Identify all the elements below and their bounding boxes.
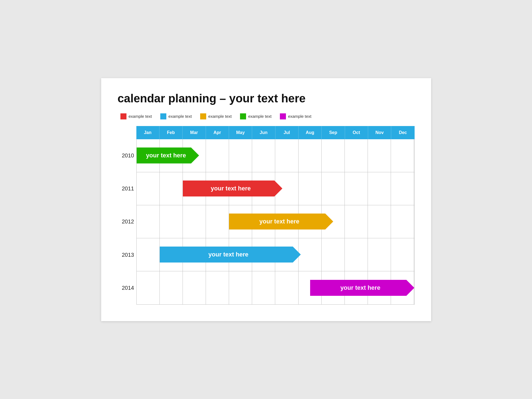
cell-2010-4 xyxy=(229,139,252,172)
chart-area: 20102011201220132014 JanFebMarAprMayJunJ… xyxy=(118,126,415,305)
cell-2010-10 xyxy=(368,139,391,172)
bar-2010[interactable]: your text here xyxy=(137,147,199,163)
legend-item-purple: example text xyxy=(280,113,312,119)
year-label-2014: 2014 xyxy=(118,271,134,304)
bar-arrow-2010 xyxy=(191,147,199,163)
bar-2014[interactable]: your text here xyxy=(310,280,414,296)
month-cell-jul: Jul xyxy=(275,126,299,139)
cell-2012-0 xyxy=(137,205,160,238)
cell-2011-8 xyxy=(322,172,345,205)
legend-item-red: example text xyxy=(120,113,152,119)
bar-body-2011: your text here xyxy=(183,181,274,196)
grid-row-2012: your text here xyxy=(137,205,414,238)
legend-color-red xyxy=(120,113,126,119)
month-cell-feb: Feb xyxy=(159,126,183,139)
legend-item-yellow: example text xyxy=(200,113,232,119)
cell-2012-10 xyxy=(368,205,391,238)
bar-body-2014: your text here xyxy=(310,280,406,296)
bar-arrow-2011 xyxy=(274,181,282,196)
year-labels: 20102011201220132014 xyxy=(118,126,134,305)
cell-2014-4 xyxy=(229,271,252,304)
slide: calendar planning – your text here examp… xyxy=(101,78,431,321)
grid-row-2010: your text here xyxy=(137,139,414,172)
legend-label-purple: example text xyxy=(288,114,312,119)
cell-2011-1 xyxy=(160,172,183,205)
page-title: calendar planning – your text here xyxy=(118,92,415,105)
month-cell-aug: Aug xyxy=(299,126,322,139)
cell-2013-8 xyxy=(322,238,345,271)
grid-row-2014: your text here xyxy=(137,271,414,304)
month-cell-jan: Jan xyxy=(136,126,159,139)
cell-2013-0 xyxy=(137,238,160,271)
month-cell-sep: Sep xyxy=(322,126,345,139)
bar-2013[interactable]: your text here xyxy=(160,247,301,263)
month-header: JanFebMarAprMayJunJulAugSepOctNovDec xyxy=(136,126,415,139)
cell-2011-10 xyxy=(368,172,391,205)
year-label-2011: 2011 xyxy=(118,172,134,205)
cell-2014-1 xyxy=(160,271,183,304)
month-cell-dec: Dec xyxy=(391,126,414,139)
legend-color-purple xyxy=(280,113,286,119)
month-cell-mar: Mar xyxy=(183,126,206,139)
bar-arrow-2013 xyxy=(293,247,301,263)
bar-2011[interactable]: your text here xyxy=(183,181,282,196)
legend-label-blue: example text xyxy=(169,114,192,119)
month-cell-oct: Oct xyxy=(345,126,368,139)
bar-body-2013: your text here xyxy=(160,247,293,263)
cell-2013-10 xyxy=(368,238,391,271)
cell-2014-2 xyxy=(183,271,206,304)
cell-2011-9 xyxy=(345,172,368,205)
cell-2014-5 xyxy=(252,271,275,304)
cell-2010-9 xyxy=(345,139,368,172)
legend-label-green: example text xyxy=(248,114,272,119)
year-label-2013: 2013 xyxy=(118,238,134,271)
year-label-2010: 2010 xyxy=(118,139,134,172)
cell-2010-6 xyxy=(275,139,298,172)
month-cell-apr: Apr xyxy=(206,126,229,139)
legend-item-blue: example text xyxy=(160,113,192,119)
month-cell-nov: Nov xyxy=(368,126,391,139)
month-cell-jun: Jun xyxy=(252,126,275,139)
cell-2012-9 xyxy=(345,205,368,238)
cell-2011-0 xyxy=(137,172,160,205)
legend: example text example text example text e… xyxy=(120,113,415,119)
grid-row-2011: your text here xyxy=(137,172,414,205)
grid-row-2013: your text here xyxy=(137,238,414,271)
cell-2014-0 xyxy=(137,271,160,304)
grid: JanFebMarAprMayJunJulAugSepOctNovDec you… xyxy=(136,126,415,305)
legend-color-green xyxy=(240,113,246,119)
cell-2012-1 xyxy=(160,205,183,238)
cell-2013-11 xyxy=(391,238,414,271)
bar-body-2010: your text here xyxy=(137,147,191,163)
cell-2010-8 xyxy=(322,139,345,172)
cell-2013-9 xyxy=(345,238,368,271)
bar-arrow-2012 xyxy=(325,214,333,229)
legend-color-yellow xyxy=(200,113,206,119)
legend-color-blue xyxy=(160,113,166,119)
legend-label-red: example text xyxy=(129,114,152,119)
cell-2014-6 xyxy=(275,271,298,304)
cell-2011-7 xyxy=(299,172,322,205)
cell-2010-11 xyxy=(391,139,414,172)
cell-2010-7 xyxy=(299,139,322,172)
bar-arrow-2014 xyxy=(406,280,414,296)
cell-2012-2 xyxy=(183,205,206,238)
cell-2012-3 xyxy=(206,205,229,238)
cell-2011-11 xyxy=(391,172,414,205)
legend-item-green: example text xyxy=(240,113,272,119)
cell-2012-11 xyxy=(391,205,414,238)
bar-2012[interactable]: your text here xyxy=(229,214,333,229)
cell-2010-5 xyxy=(252,139,275,172)
cell-2013-7 xyxy=(299,238,322,271)
grid-rows: your text hereyour text hereyour text he… xyxy=(136,139,415,305)
bar-body-2012: your text here xyxy=(229,214,325,229)
legend-label-yellow: example text xyxy=(208,114,232,119)
cell-2010-3 xyxy=(206,139,229,172)
month-cell-may: May xyxy=(229,126,252,139)
cell-2014-3 xyxy=(206,271,229,304)
year-label-2012: 2012 xyxy=(118,205,134,238)
